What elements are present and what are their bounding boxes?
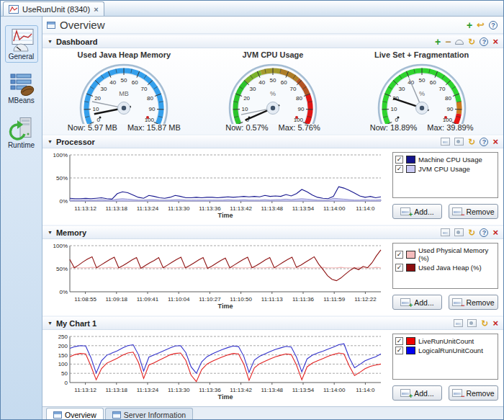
processor-toolbar: ↻?×	[441, 138, 498, 146]
legend-swatch	[406, 165, 415, 173]
svg-text:11:09:41: 11:09:41	[137, 296, 159, 303]
close-icon[interactable]: ×	[492, 228, 498, 237]
svg-text:0%: 0%	[59, 289, 68, 295]
remove-attribute-button[interactable]: Remove	[449, 295, 498, 310]
editor-tab[interactable]: UseRunUnit (8340)	[3, 1, 104, 16]
svg-text:10: 10	[390, 106, 397, 112]
svg-text:%: %	[270, 90, 276, 97]
remove-attribute-button[interactable]: Remove	[449, 385, 498, 401]
processor-header[interactable]: Processor ↻?×	[42, 135, 503, 148]
gauge-dial: 0102030405060708090100%	[210, 59, 336, 124]
collapse-icon[interactable]	[48, 321, 53, 326]
sidebar-item-mbeans[interactable]: MBeans	[4, 70, 38, 107]
legend-checkbox[interactable]	[395, 264, 403, 272]
refresh-icon[interactable]: ↻	[468, 37, 475, 46]
svg-text:0%: 0%	[59, 198, 68, 205]
memory-toolbar: ↻?×	[441, 228, 498, 237]
section-title: Dashboard	[56, 37, 431, 46]
chart-export-icon[interactable]	[454, 319, 463, 327]
svg-text:80: 80	[296, 95, 302, 102]
legend-checkbox[interactable]	[395, 251, 403, 259]
help-icon[interactable]: ?	[480, 37, 488, 46]
sidebar-item-runtime[interactable]: Runtime	[4, 114, 38, 151]
processor-legend-panel: Machine CPU UsageJVM CPU Usage Add... Re…	[392, 151, 498, 223]
svg-text:20: 20	[94, 95, 101, 102]
refresh-icon[interactable]: ↻	[468, 138, 475, 146]
remove-attribute-button[interactable]: Remove	[449, 204, 498, 219]
svg-text:50: 50	[61, 370, 68, 377]
gauge-title: JVM CPU Usage	[242, 50, 303, 59]
gauge: JVM CPU Usage0102030405060708090100%Now:…	[210, 50, 336, 132]
add-attribute-button[interactable]: Add...	[392, 295, 442, 310]
remove-icon[interactable]: −	[445, 37, 451, 46]
collapse-icon[interactable]	[48, 230, 53, 235]
help-icon[interactable]: ?	[480, 228, 488, 237]
tab-close-icon[interactable]	[94, 6, 98, 13]
legend-checkbox[interactable]	[395, 347, 403, 354]
tab-server-information[interactable]: Server Information	[105, 408, 193, 420]
sidebar-item-general[interactable]: General	[5, 25, 38, 63]
svg-text:10: 10	[242, 106, 248, 112]
svg-text:70: 70	[290, 86, 297, 92]
legend-checkbox[interactable]	[395, 165, 403, 173]
add-attribute-button[interactable]: Add...	[392, 385, 442, 401]
help-icon[interactable]: ?	[480, 138, 488, 146]
my-chart-header[interactable]: My Chart 1 ↻×	[42, 317, 503, 330]
svg-text:100: 100	[442, 117, 452, 123]
chart-accessibility-icon[interactable]	[467, 319, 477, 327]
memory-header[interactable]: Memory ↻?×	[42, 226, 503, 239]
gauge-dial: 0102030405060708090100%	[359, 59, 485, 124]
memory-legend-panel: Used Physical Memory (%)Used Java Heap (…	[392, 241, 498, 313]
help-icon[interactable]: ?	[489, 21, 498, 30]
close-icon[interactable]: ×	[492, 138, 498, 146]
add-chart-icon	[400, 298, 410, 306]
add-icon[interactable]: +	[435, 37, 441, 46]
legend-checkbox[interactable]	[395, 156, 403, 164]
chart-accessibility-icon[interactable]	[454, 228, 464, 236]
svg-text:60: 60	[429, 79, 436, 86]
dashboard-header[interactable]: Dashboard +−↻?×	[42, 35, 503, 48]
processor-chart: 0%50%100%11:13:1211:13:1811:13:2411:13:3…	[44, 151, 387, 223]
refresh-icon[interactable]: ↻	[481, 319, 488, 328]
mychart-chart-svg: 05010015020025011:13:1211:13:1811:13:241…	[44, 332, 387, 401]
section-title: Processor	[56, 138, 437, 146]
chart-export-icon[interactable]	[441, 228, 450, 236]
close-icon[interactable]: ×	[492, 319, 498, 328]
svg-text:30: 30	[249, 86, 256, 92]
gauge-max-value: Max: 15.87 MB	[127, 123, 181, 132]
svg-text:MB: MB	[120, 90, 130, 97]
tab-overview[interactable]: Overview	[46, 408, 104, 420]
svg-text:40: 40	[258, 79, 265, 86]
svg-text:90: 90	[149, 106, 156, 112]
legend-checkbox[interactable]	[395, 337, 403, 345]
collapse-icon[interactable]	[48, 39, 53, 44]
reset-icon[interactable]: ↩	[477, 21, 485, 30]
add-attribute-button[interactable]: Add...	[392, 204, 442, 219]
svg-text:11:13:30: 11:13:30	[168, 387, 190, 393]
page-toolbar: +↩?	[467, 21, 498, 30]
svg-text:11:13:42: 11:13:42	[230, 387, 252, 393]
legend-swatch	[406, 264, 415, 272]
chart-export-icon[interactable]	[441, 138, 450, 146]
close-icon[interactable]: ×	[492, 37, 498, 46]
sidebar-item-label: MBeans	[8, 97, 35, 104]
svg-text:11:13:24: 11:13:24	[137, 387, 159, 393]
page-header: Overview +↩?	[42, 17, 503, 34]
overview-page-icon	[47, 22, 55, 29]
gauge-icon[interactable]	[455, 40, 464, 45]
add-icon[interactable]: +	[467, 21, 472, 30]
collapse-icon[interactable]	[48, 139, 53, 144]
svg-text:40: 40	[110, 79, 117, 86]
gauge-panel: Used Java Heap Memory0102030405060708090…	[42, 48, 503, 134]
refresh-icon[interactable]: ↻	[468, 228, 475, 237]
gauge-max-value: Max: 39.89%	[427, 123, 473, 132]
svg-text:50: 50	[270, 77, 276, 84]
svg-text:100: 100	[294, 117, 304, 123]
svg-text:0: 0	[65, 380, 68, 386]
section-my-chart-1: My Chart 1 ↻× 05010015020025011:13:1211:…	[42, 316, 503, 406]
remove-chart-icon	[452, 298, 462, 306]
chart-accessibility-icon[interactable]	[454, 138, 464, 146]
gauge-now-value: Now: 5.97 MB	[68, 123, 117, 132]
legend-row: Used Physical Memory (%)	[395, 246, 495, 262]
gauge-dial: 0102030405060708090100MB	[60, 59, 187, 124]
